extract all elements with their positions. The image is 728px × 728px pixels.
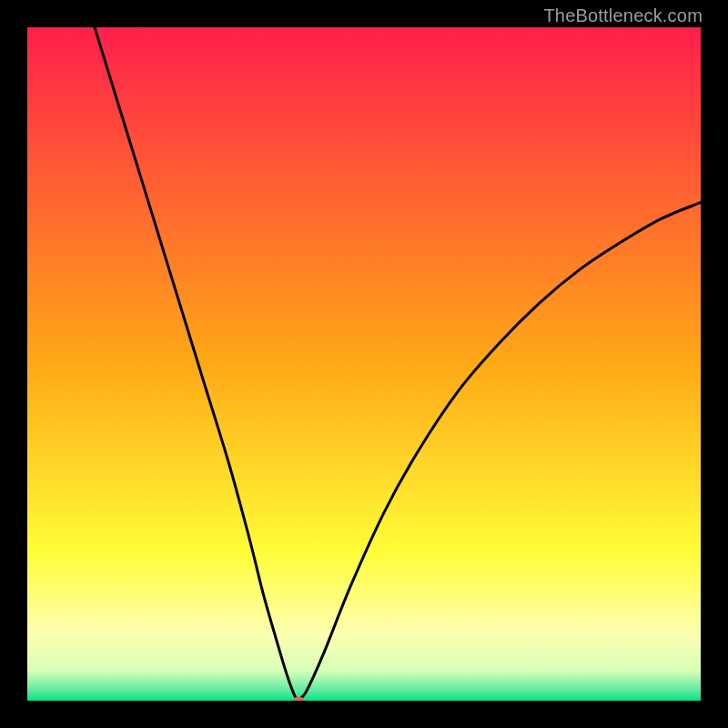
minimum-marker	[293, 697, 304, 701]
watermark-text: TheBottleneck.com	[543, 5, 703, 26]
bottleneck-curve	[27, 27, 701, 701]
chart-frame: TheBottleneck.com	[0, 0, 728, 728]
plot-area	[27, 27, 701, 701]
